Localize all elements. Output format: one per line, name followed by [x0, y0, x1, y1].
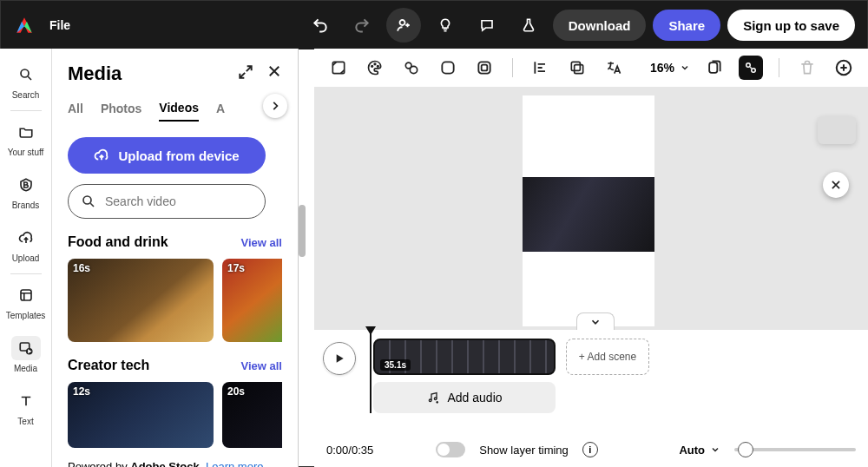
- redo-icon[interactable]: [345, 8, 379, 43]
- zoom-mode-selector[interactable]: Auto: [679, 444, 720, 457]
- chevron-right-icon: [269, 100, 281, 112]
- invite-icon[interactable]: [386, 8, 421, 43]
- top-bar: File Download Share Sign up to save: [1, 1, 867, 49]
- duplicate-icon[interactable]: [702, 56, 727, 80]
- share-button[interactable]: Share: [653, 10, 720, 41]
- rail-upload[interactable]: Upload: [2, 219, 50, 272]
- powered-by: Powered by Adobe Stock. Learn more.: [68, 460, 282, 467]
- expand-icon[interactable]: [237, 63, 254, 84]
- rail-yourstuff[interactable]: Your stuff: [2, 113, 50, 166]
- search-input[interactable]: [105, 194, 253, 208]
- rail-label: Your stuff: [8, 148, 44, 157]
- rail-label: Upload: [12, 253, 40, 263]
- layer-timing-toggle[interactable]: [436, 442, 465, 457]
- svg-rect-2: [21, 290, 31, 300]
- search-video-field[interactable]: [68, 184, 266, 219]
- page-thumbnail[interactable]: [818, 116, 856, 144]
- layers-icon[interactable]: [565, 56, 589, 80]
- tabs-scroll-right[interactable]: [263, 94, 287, 118]
- add-scene-button[interactable]: + Add scene: [566, 339, 649, 375]
- rail-label: Text: [17, 417, 33, 426]
- svg-point-21: [430, 399, 432, 402]
- svg-rect-13: [478, 62, 490, 73]
- canvas-toolbar: 16%: [314, 49, 868, 87]
- tab-photos[interactable]: Photos: [101, 102, 141, 121]
- media-tabs: All Photos Videos A: [68, 101, 282, 122]
- play-button[interactable]: [323, 342, 356, 375]
- timeline-zoom-slider[interactable]: [734, 448, 856, 451]
- rail-label: Brands: [12, 201, 40, 210]
- thumb-duration: 12s: [73, 385, 90, 398]
- palette-icon[interactable]: [363, 56, 387, 80]
- effects-icon[interactable]: [399, 56, 424, 80]
- cloud-upload-icon: [94, 148, 109, 163]
- chevron-down-icon: [680, 62, 690, 73]
- svg-rect-17: [709, 62, 717, 73]
- zoom-selector[interactable]: 16%: [650, 61, 690, 75]
- canvas-area: 16% 35.1s + Add scene Add audio: [314, 49, 868, 467]
- rail-label: Media: [14, 364, 37, 373]
- video-clip[interactable]: 35.1s: [373, 339, 556, 375]
- rail-text[interactable]: Text: [2, 382, 50, 435]
- chevron-down-icon: [589, 316, 602, 328]
- add-audio-button[interactable]: Add audio: [373, 382, 556, 413]
- video-thumbnail[interactable]: 12s: [68, 382, 214, 448]
- svg-rect-14: [482, 65, 488, 71]
- shape-square-icon[interactable]: [436, 56, 460, 80]
- comment-icon[interactable]: [470, 8, 504, 43]
- add-circle-icon[interactable]: [832, 56, 856, 80]
- rail-media[interactable]: Media: [2, 329, 50, 382]
- file-menu[interactable]: File: [49, 18, 70, 32]
- magic-icon[interactable]: [739, 56, 763, 80]
- slider-thumb[interactable]: [738, 442, 753, 457]
- tab-audio[interactable]: A: [216, 102, 225, 121]
- video-thumbnail[interactable]: 20s: [222, 382, 282, 448]
- view-all-link[interactable]: View all: [241, 236, 282, 249]
- folder-icon: [18, 124, 34, 140]
- undo-icon[interactable]: [303, 8, 338, 43]
- shape-double-icon[interactable]: [472, 56, 496, 80]
- rail-brands[interactable]: Brands: [2, 166, 50, 219]
- media-panel: Media All Photos Videos A Upload from de…: [52, 49, 299, 467]
- upload-from-device-button[interactable]: Upload from device: [68, 137, 266, 174]
- svg-point-8: [374, 63, 376, 65]
- tab-videos[interactable]: Videos: [159, 101, 199, 122]
- svg-rect-16: [575, 65, 583, 74]
- trash-icon[interactable]: [795, 56, 819, 80]
- svg-point-22: [435, 398, 437, 400]
- svg-point-1: [21, 69, 29, 77]
- timeline-collapse[interactable]: [576, 312, 615, 330]
- panel-resize-handle[interactable]: [299, 205, 306, 257]
- add-audio-label: Add audio: [447, 391, 502, 405]
- lightbulb-icon[interactable]: [428, 8, 463, 43]
- svg-point-0: [399, 20, 404, 25]
- zoom-value: 16%: [650, 61, 674, 75]
- cloud-upload-icon: [18, 230, 34, 246]
- video-thumbnail[interactable]: 17s: [222, 259, 282, 342]
- learn-more-link[interactable]: Learn more.: [206, 460, 266, 467]
- align-icon[interactable]: [529, 56, 553, 80]
- video-frame[interactable]: [523, 177, 654, 252]
- info-icon[interactable]: i: [582, 442, 598, 457]
- close-icon[interactable]: [266, 63, 282, 84]
- svg-rect-15: [571, 62, 580, 70]
- tab-all[interactable]: All: [68, 102, 83, 121]
- playhead[interactable]: [370, 332, 372, 413]
- view-all-link[interactable]: View all: [241, 359, 282, 372]
- download-button[interactable]: Download: [553, 10, 647, 41]
- rail-templates[interactable]: Templates: [2, 276, 50, 329]
- close-float-button[interactable]: [823, 172, 849, 198]
- upload-button-label: Upload from device: [118, 148, 239, 163]
- stage[interactable]: [314, 87, 868, 330]
- artboard[interactable]: [523, 95, 654, 326]
- rail-search[interactable]: Search: [2, 56, 50, 109]
- translate-icon[interactable]: [602, 56, 626, 80]
- text-icon: [18, 393, 34, 409]
- video-thumbnail[interactable]: 16s: [68, 259, 214, 342]
- svg-point-7: [372, 66, 373, 68]
- crop-icon[interactable]: [326, 56, 351, 80]
- signup-button[interactable]: Sign up to save: [727, 10, 855, 41]
- section-title: Creator tech: [68, 358, 149, 373]
- brand-icon: [18, 177, 34, 193]
- beaker-icon[interactable]: [511, 8, 546, 43]
